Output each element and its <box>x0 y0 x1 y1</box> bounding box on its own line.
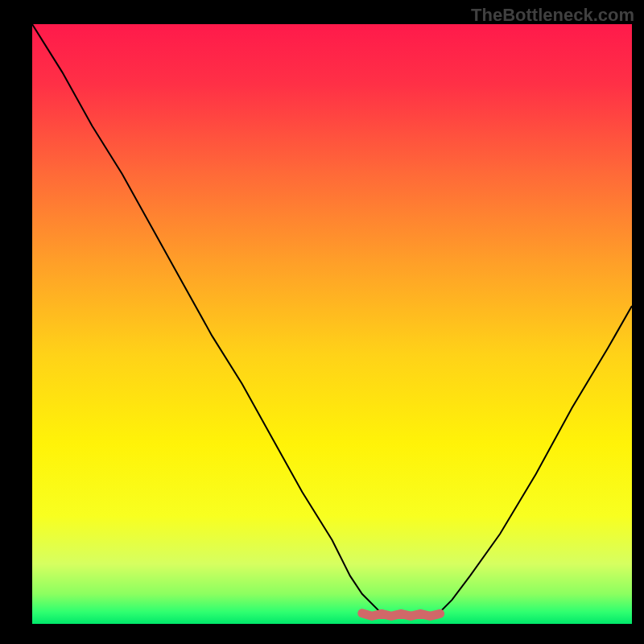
watermark-text: TheBottleneck.com <box>471 5 634 26</box>
chart-container: TheBottleneck.com <box>0 0 644 644</box>
plot-area <box>32 24 632 624</box>
curve-svg <box>32 24 632 624</box>
bottleneck-curve <box>32 24 632 618</box>
sweet-spot-band <box>362 613 440 617</box>
